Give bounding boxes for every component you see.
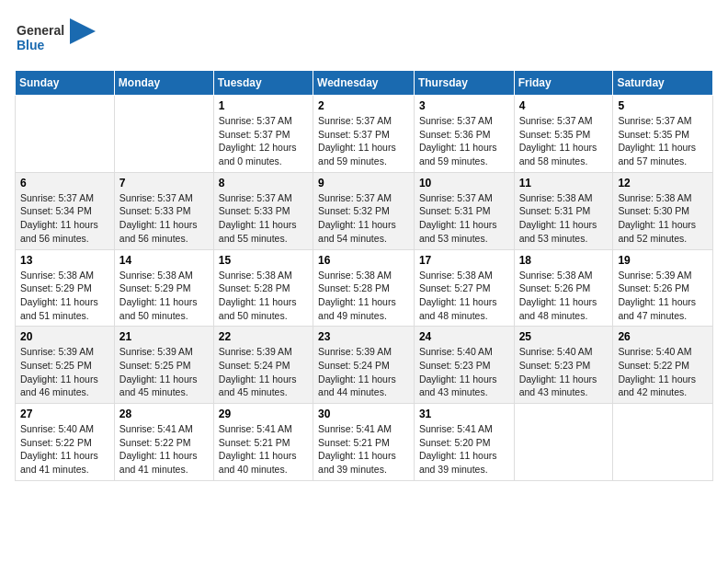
week-row-2: 6Sunrise: 5:37 AMSunset: 5:34 PMDaylight… [16,172,713,249]
svg-text:General: General [17,23,64,38]
cell-info: Sunrise: 5:37 AMSunset: 5:35 PMDaylight:… [519,114,609,168]
calendar-cell: 30Sunrise: 5:41 AMSunset: 5:21 PMDayligh… [313,404,415,481]
cell-date: 22 [219,330,308,343]
calendar-cell: 1Sunrise: 5:37 AMSunset: 5:37 PMDaylight… [213,96,313,173]
cell-info: Sunrise: 5:41 AMSunset: 5:21 PMDaylight:… [219,422,308,477]
cell-date: 3 [419,99,509,112]
cell-info: Sunrise: 5:39 AMSunset: 5:25 PMDaylight:… [20,345,109,399]
cell-info: Sunrise: 5:39 AMSunset: 5:24 PMDaylight:… [219,345,308,399]
calendar-cell: 29Sunrise: 5:41 AMSunset: 5:21 PMDayligh… [213,404,313,481]
cell-date: 11 [519,177,609,190]
cell-date: 27 [20,408,109,420]
day-header-tuesday: Tuesday [213,71,313,96]
calendar-cell: 26Sunrise: 5:40 AMSunset: 5:22 PMDayligh… [613,327,713,404]
cell-info: Sunrise: 5:37 AMSunset: 5:36 PMDaylight:… [419,114,509,168]
day-header-monday: Monday [114,71,213,96]
calendar-cell: 23Sunrise: 5:39 AMSunset: 5:24 PMDayligh… [313,327,415,404]
cell-info: Sunrise: 5:37 AMSunset: 5:31 PMDaylight:… [419,191,509,246]
calendar-cell: 8Sunrise: 5:37 AMSunset: 5:33 PMDaylight… [213,172,313,249]
cell-date: 13 [20,254,109,267]
calendar-cell [114,96,213,173]
cell-date: 18 [519,254,609,267]
week-row-1: 1Sunrise: 5:37 AMSunset: 5:37 PMDaylight… [16,96,713,173]
cell-info: Sunrise: 5:37 AMSunset: 5:37 PMDaylight:… [318,114,409,168]
calendar-cell: 7Sunrise: 5:37 AMSunset: 5:33 PMDaylight… [114,172,213,249]
week-row-3: 13Sunrise: 5:38 AMSunset: 5:29 PMDayligh… [16,249,713,327]
day-header-sunday: Sunday [16,71,115,96]
calendar-cell [16,96,115,173]
header: General Blue [15,9,713,63]
cell-info: Sunrise: 5:41 AMSunset: 5:21 PMDaylight:… [318,422,409,477]
calendar-cell: 17Sunrise: 5:38 AMSunset: 5:27 PMDayligh… [414,249,514,327]
cell-info: Sunrise: 5:40 AMSunset: 5:22 PMDaylight:… [20,422,109,477]
cell-info: Sunrise: 5:41 AMSunset: 5:22 PMDaylight:… [119,422,209,477]
cell-info: Sunrise: 5:37 AMSunset: 5:37 PMDaylight:… [219,114,308,168]
cell-info: Sunrise: 5:38 AMSunset: 5:27 PMDaylight:… [419,269,509,323]
cell-info: Sunrise: 5:38 AMSunset: 5:28 PMDaylight:… [219,269,308,323]
calendar-cell: 24Sunrise: 5:40 AMSunset: 5:23 PMDayligh… [414,327,514,404]
calendar-cell: 3Sunrise: 5:37 AMSunset: 5:36 PMDaylight… [414,96,514,173]
cell-info: Sunrise: 5:37 AMSunset: 5:35 PMDaylight:… [618,114,708,168]
cell-date: 2 [318,99,409,112]
cell-date: 20 [20,330,109,343]
cell-info: Sunrise: 5:38 AMSunset: 5:29 PMDaylight:… [119,269,209,323]
calendar-cell: 12Sunrise: 5:38 AMSunset: 5:30 PMDayligh… [613,172,713,249]
cell-date: 7 [119,177,209,190]
cell-info: Sunrise: 5:37 AMSunset: 5:33 PMDaylight:… [219,191,308,246]
day-header-wednesday: Wednesday [313,71,415,96]
cell-date: 5 [618,99,708,112]
cell-date: 29 [219,408,308,420]
cell-date: 10 [419,177,509,190]
cell-date: 23 [318,330,409,343]
calendar-cell: 13Sunrise: 5:38 AMSunset: 5:29 PMDayligh… [16,249,115,327]
page: General Blue SundayMondayTuesdayWednesda… [0,0,728,496]
cell-info: Sunrise: 5:40 AMSunset: 5:23 PMDaylight:… [419,345,509,399]
cell-date: 31 [419,408,509,420]
cell-info: Sunrise: 5:40 AMSunset: 5:23 PMDaylight:… [519,345,609,399]
cell-info: Sunrise: 5:38 AMSunset: 5:28 PMDaylight:… [318,269,409,323]
calendar-cell: 28Sunrise: 5:41 AMSunset: 5:22 PMDayligh… [114,404,213,481]
cell-date: 17 [419,254,509,267]
calendar-cell: 19Sunrise: 5:39 AMSunset: 5:26 PMDayligh… [613,249,713,327]
cell-date: 15 [219,254,308,267]
cell-date: 21 [119,330,209,343]
calendar-table: SundayMondayTuesdayWednesdayThursdayFrid… [15,70,713,481]
calendar-cell: 16Sunrise: 5:38 AMSunset: 5:28 PMDayligh… [313,249,415,327]
cell-date: 24 [419,330,509,343]
calendar-cell: 27Sunrise: 5:40 AMSunset: 5:22 PMDayligh… [16,404,115,481]
cell-info: Sunrise: 5:37 AMSunset: 5:33 PMDaylight:… [119,191,209,246]
header-row: SundayMondayTuesdayWednesdayThursdayFrid… [16,71,713,96]
cell-date: 16 [318,254,409,267]
cell-info: Sunrise: 5:39 AMSunset: 5:25 PMDaylight:… [119,345,209,399]
cell-info: Sunrise: 5:39 AMSunset: 5:26 PMDaylight:… [618,269,708,323]
cell-date: 4 [519,99,609,112]
cell-date: 9 [318,177,409,190]
calendar-cell: 5Sunrise: 5:37 AMSunset: 5:35 PMDaylight… [613,96,713,173]
day-header-friday: Friday [514,71,613,96]
calendar-cell [514,404,613,481]
calendar-cell: 2Sunrise: 5:37 AMSunset: 5:37 PMDaylight… [313,96,415,173]
calendar-cell [613,404,713,481]
calendar-cell: 15Sunrise: 5:38 AMSunset: 5:28 PMDayligh… [213,249,313,327]
cell-date: 8 [219,177,308,190]
cell-date: 26 [618,330,708,343]
week-row-5: 27Sunrise: 5:40 AMSunset: 5:22 PMDayligh… [16,404,713,481]
svg-text:Blue: Blue [17,38,45,52]
calendar-cell: 11Sunrise: 5:38 AMSunset: 5:31 PMDayligh… [514,172,613,249]
cell-info: Sunrise: 5:38 AMSunset: 5:31 PMDaylight:… [519,191,609,246]
cell-date: 30 [318,408,409,420]
calendar-cell: 18Sunrise: 5:38 AMSunset: 5:26 PMDayligh… [514,249,613,327]
calendar-cell: 22Sunrise: 5:39 AMSunset: 5:24 PMDayligh… [213,327,313,404]
calendar-cell: 4Sunrise: 5:37 AMSunset: 5:35 PMDaylight… [514,96,613,173]
cell-date: 6 [20,177,109,190]
svg-marker-0 [70,18,96,44]
calendar-cell: 20Sunrise: 5:39 AMSunset: 5:25 PMDayligh… [16,327,115,404]
calendar-cell: 21Sunrise: 5:39 AMSunset: 5:25 PMDayligh… [114,327,213,404]
calendar-cell: 31Sunrise: 5:41 AMSunset: 5:20 PMDayligh… [414,404,514,481]
cell-date: 12 [618,177,708,190]
cell-info: Sunrise: 5:41 AMSunset: 5:20 PMDaylight:… [419,422,509,477]
cell-date: 1 [219,99,308,112]
cell-info: Sunrise: 5:38 AMSunset: 5:30 PMDaylight:… [618,191,708,246]
day-header-saturday: Saturday [613,71,713,96]
logo: General Blue [15,15,97,63]
